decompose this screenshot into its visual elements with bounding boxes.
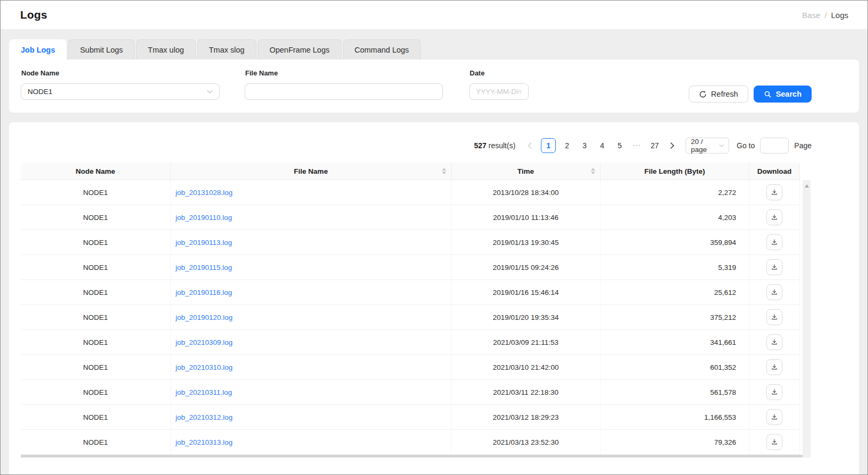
download-cell (749, 230, 800, 255)
file-name-cell: job_20210310.log (171, 355, 452, 379)
page-number[interactable]: 5 (613, 138, 626, 153)
download-button[interactable] (766, 359, 782, 375)
download-button[interactable] (766, 284, 782, 300)
log-file-link[interactable]: job_20210311.log (176, 388, 232, 396)
date-field (469, 83, 529, 100)
table-row: NODE1 job_20190120.log 2019/01/20 19:35:… (21, 305, 800, 330)
log-file-link[interactable]: job_20190113.log (176, 239, 232, 247)
date-input[interactable] (476, 88, 518, 96)
download-cell (749, 180, 800, 205)
log-file-link[interactable]: job_20210310.log (176, 363, 232, 371)
log-file-link[interactable]: job_20190116.log (176, 289, 232, 296)
node-name-cell: NODE1 (21, 205, 171, 230)
pagination-bar: 527 result(s) 12345•••27 20 / page Go to… (21, 137, 847, 154)
download-icon (771, 338, 778, 346)
table-row: NODE1 job_20190115.log 2019/01/15 09:24:… (21, 255, 800, 280)
file-length-cell: 25,612 (600, 280, 749, 304)
page-number[interactable]: 3 (578, 138, 591, 153)
sort-icon[interactable] (591, 168, 595, 174)
column-header-time[interactable]: Time (452, 163, 600, 180)
node-name-cell: NODE1 (21, 430, 171, 454)
download-button[interactable] (766, 184, 782, 200)
chevron-down-icon (719, 144, 724, 147)
download-button[interactable] (766, 209, 782, 225)
date-label: Date (470, 69, 529, 78)
chevron-down-icon (207, 90, 213, 94)
download-cell (749, 205, 800, 230)
download-icon (771, 438, 778, 446)
node-name-select[interactable]: NODE1 (21, 83, 220, 100)
column-header-file-name[interactable]: File Name (171, 163, 452, 180)
sort-icon[interactable] (442, 168, 446, 174)
time-cell: 2021/03/11 22:18:30 (452, 380, 600, 404)
search-button-label: Search (776, 90, 802, 98)
page-ellipsis: ••• (631, 138, 644, 153)
log-file-link[interactable]: job_20210313.log (176, 438, 232, 446)
prev-page-button[interactable] (524, 138, 536, 153)
page-number[interactable]: 1 (541, 138, 556, 153)
download-cell (749, 405, 800, 429)
download-button[interactable] (766, 259, 782, 275)
table-row: NODE1 job_20190110.log 2019/01/10 11:13:… (21, 205, 800, 230)
goto-page-input[interactable] (760, 138, 789, 154)
page-number[interactable]: 4 (596, 138, 608, 153)
file-name-cell: job_20190116.log (171, 280, 452, 304)
download-button[interactable] (766, 384, 782, 400)
tab-label: Command Logs (355, 46, 409, 54)
tab[interactable]: Tmax ulog (136, 39, 196, 60)
download-button[interactable] (766, 409, 782, 425)
horizontal-scrollbar[interactable] (21, 455, 811, 457)
log-file-link[interactable]: job_20131028.log (176, 189, 232, 197)
log-file-link[interactable]: job_20210312.log (176, 413, 232, 421)
file-name-cell: job_20190120.log (171, 305, 452, 329)
next-page-button[interactable] (666, 138, 678, 153)
tab[interactable]: Job Logs (9, 39, 66, 60)
refresh-button[interactable]: Refresh (689, 86, 748, 103)
file-length-cell: 359,894 (600, 230, 749, 255)
column-header-file-length: File Length (Byte) (600, 163, 749, 180)
tab[interactable]: Command Logs (343, 39, 421, 60)
file-name-input[interactable] (252, 88, 436, 96)
node-name-cell: NODE1 (21, 280, 171, 304)
node-name-cell: NODE1 (21, 405, 171, 429)
download-icon (771, 313, 778, 321)
download-button[interactable] (766, 434, 782, 450)
calendar-icon[interactable] (518, 88, 522, 96)
file-length-cell: 4,203 (600, 205, 749, 230)
page-number[interactable]: 2 (561, 138, 573, 153)
tab-label: Submit Logs (80, 46, 123, 54)
search-button[interactable]: Search (754, 86, 812, 103)
column-header-download: Download (749, 163, 800, 180)
tab-label: Job Logs (21, 46, 55, 54)
download-button[interactable] (766, 334, 782, 350)
log-file-link[interactable]: job_20190115.log (176, 264, 232, 272)
tab-bar: Job LogsSubmit LogsTmax ulogTmax slogOpe… (9, 39, 859, 60)
download-cell (749, 330, 800, 354)
tab[interactable]: OpenFrame Logs (258, 39, 341, 60)
file-length-cell: 2,272 (600, 180, 749, 205)
page-size-select[interactable]: 20 / page (686, 138, 729, 154)
goto-label: Go to (737, 141, 755, 150)
tab[interactable]: Tmax slog (197, 39, 256, 60)
file-name-cell: job_20210309.log (171, 330, 452, 354)
download-button[interactable] (766, 309, 782, 325)
table-row: NODE1 job_20210309.log 2021/03/09 21:11:… (21, 330, 800, 355)
download-button[interactable] (766, 234, 782, 250)
time-cell: 2021/03/10 21:42:00 (452, 355, 600, 379)
log-file-link[interactable]: job_20190110.log (176, 214, 232, 222)
table-row: NODE1 job_20210312.log 2021/03/12 18:29:… (21, 405, 800, 430)
file-length-cell: 561,578 (600, 380, 749, 404)
scroll-up-icon[interactable] (805, 184, 809, 188)
breadcrumb-parent[interactable]: Base (802, 11, 820, 20)
vertical-scrollbar[interactable] (803, 180, 811, 457)
time-cell: 2021/03/09 21:11:53 (452, 330, 600, 354)
refresh-icon (699, 90, 707, 98)
tab[interactable]: Submit Logs (68, 39, 135, 60)
log-file-link[interactable]: job_20190120.log (176, 313, 232, 321)
table-row: NODE1 job_20210310.log 2021/03/10 21:42:… (21, 355, 800, 380)
file-name-cell: job_20210313.log (171, 430, 452, 454)
result-count: 527 result(s) (474, 141, 515, 150)
log-file-link[interactable]: job_20210309.log (176, 338, 232, 346)
page-number[interactable]: 27 (648, 138, 661, 153)
node-name-label: Node Name (21, 69, 220, 78)
